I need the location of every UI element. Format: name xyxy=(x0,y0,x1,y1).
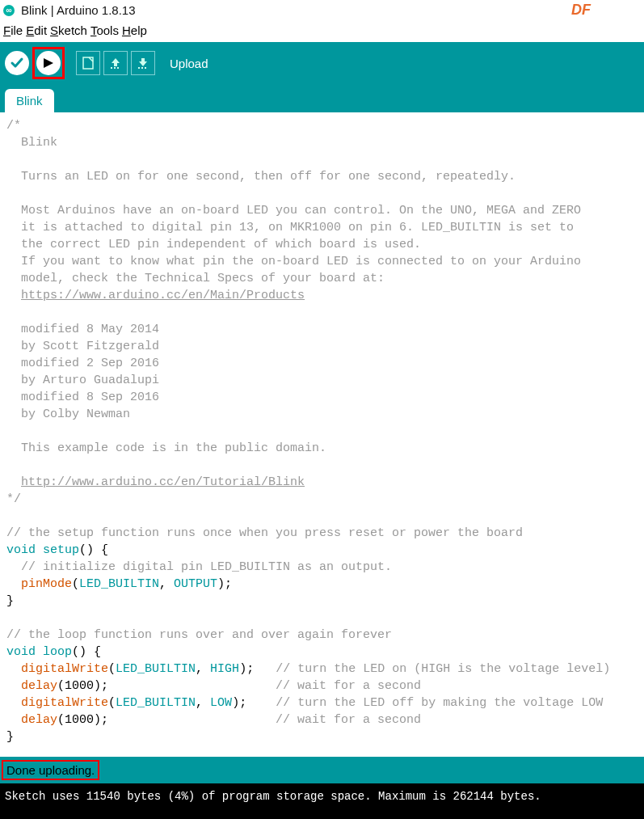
arrow-up-icon xyxy=(108,56,123,70)
arduino-logo-icon: ∞ xyxy=(3,5,15,16)
tutorial-link[interactable]: http://www.arduino.cc/en/Tutorial/Blink xyxy=(21,475,305,489)
open-button[interactable] xyxy=(103,51,128,75)
products-link[interactable]: https://www.arduino.cc/en/Main/Products xyxy=(21,289,305,302)
status-text: Done uploading. xyxy=(6,763,95,777)
svg-marker-0 xyxy=(44,58,53,68)
tab-blink[interactable]: Blink xyxy=(5,89,54,112)
svg-marker-3 xyxy=(112,58,120,63)
toolbar: Upload xyxy=(0,42,644,84)
new-button[interactable] xyxy=(76,51,100,75)
save-button[interactable] xyxy=(131,51,155,75)
menu-file[interactable]: File xyxy=(3,23,23,37)
menu-edit[interactable]: Edit xyxy=(26,23,47,37)
console-line: Sketch uses 11540 bytes (4%) of program … xyxy=(5,790,639,803)
df-watermark: DF xyxy=(571,2,591,19)
svg-rect-1 xyxy=(83,57,93,69)
upload-highlight xyxy=(32,47,65,79)
console: Sketch uses 11540 bytes (4%) of program … xyxy=(0,783,644,819)
status-bar: Done uploading. xyxy=(0,757,644,783)
status-highlight: Done uploading. xyxy=(2,760,99,780)
menu-tools[interactable]: Tools xyxy=(90,23,119,37)
tab-strip: Blink xyxy=(0,84,644,112)
file-icon xyxy=(81,56,95,70)
code-editor[interactable]: /* Blink Turns an LED on for one second,… xyxy=(0,112,644,757)
svg-marker-7 xyxy=(139,61,147,66)
arrow-right-icon xyxy=(41,56,56,70)
window-title: Blink | Arduino 1.8.13 xyxy=(21,3,136,17)
menu-help[interactable]: Help xyxy=(122,23,147,37)
svg-rect-6 xyxy=(141,58,145,61)
check-icon xyxy=(10,56,24,70)
menu-sketch[interactable]: Sketch xyxy=(50,23,87,37)
menubar: File Edit Sketch Tools Help xyxy=(0,22,644,42)
toolbar-action-label: Upload xyxy=(170,57,208,70)
svg-rect-4 xyxy=(114,63,117,66)
verify-button[interactable] xyxy=(5,51,29,75)
arrow-down-icon xyxy=(136,56,150,70)
titlebar: ∞ Blink | Arduino 1.8.13 DF xyxy=(0,0,644,22)
upload-button[interactable] xyxy=(36,51,61,75)
